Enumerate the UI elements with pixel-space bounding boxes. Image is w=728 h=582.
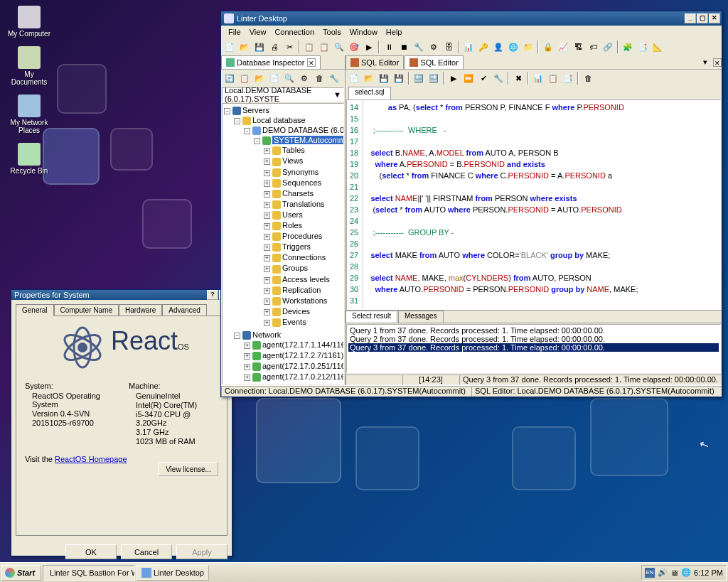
tree-item[interactable]: Connections (282, 253, 326, 262)
tree-item[interactable]: Replication (282, 286, 321, 294)
tree-item-agent[interactable]: agent(172.17.0.212/1161) (262, 372, 344, 381)
help-button[interactable]: ? (207, 290, 218, 300)
taskbar-btn-linter-desktop[interactable]: Linter Desktop (136, 565, 209, 581)
tree-expand-icon[interactable]: + (264, 255, 270, 262)
toolbar-button[interactable]: 🔒 (541, 40, 555, 54)
tree-expand-icon[interactable]: + (264, 212, 270, 219)
database-tree[interactable]: -Servers -Local database -DEMO DATABASE … (222, 103, 344, 384)
tree-item-agent[interactable]: agent(172.17.0.251/1161) (262, 362, 344, 370)
tree-item-selected[interactable]: SYSTEM.Autocommit (272, 136, 344, 144)
tab-messages[interactable]: Messages (398, 311, 444, 323)
tree-expand-icon[interactable]: + (244, 353, 250, 360)
tab-sql-editor-active[interactable]: SQL Editor (405, 55, 463, 69)
tree-expand-icon[interactable]: + (244, 343, 250, 349)
toolbar-button[interactable]: ▶ (446, 71, 461, 85)
tree-expand-icon[interactable]: + (244, 374, 250, 381)
toolbar-button[interactable]: 🔑 (476, 40, 491, 54)
toolbar-button[interactable]: 🔗 (601, 40, 615, 54)
tree-collapse-icon[interactable]: - (254, 138, 260, 144)
tree-item[interactable]: Sequences (282, 178, 321, 187)
toolbar-button[interactable]: 📑 (561, 71, 575, 85)
toolbar-button[interactable]: 📊 (461, 40, 476, 54)
tree-item[interactable]: Groups (282, 264, 308, 272)
toolbar-button[interactable]: 📄 (267, 71, 282, 85)
toolbar-button[interactable]: 📋 (317, 40, 331, 54)
result-row[interactable]: Query 1 from 37 done. Records processed:… (348, 326, 719, 335)
tray-icon[interactable]: 🖥 (670, 568, 678, 577)
tree-expand-icon[interactable]: + (264, 148, 270, 154)
minimize-button[interactable]: _ (685, 14, 696, 23)
titlebar-linter[interactable]: Linter Desktop _ ▢ ✕ (221, 11, 722, 26)
toolbar-button[interactable]: 🗄 (441, 40, 456, 54)
tree-expand-icon[interactable]: + (264, 298, 270, 305)
toolbar-button[interactable]: 📋 (237, 71, 252, 85)
tree-expand-icon[interactable]: + (264, 191, 270, 198)
toolbar-button[interactable]: 📑 (636, 40, 650, 54)
toolbar-button[interactable]: ✂ (282, 40, 296, 54)
desktop-icon-my-computer[interactable]: My Computer (6, 6, 53, 38)
tree-expand-icon[interactable]: + (264, 320, 270, 326)
toolbar-button[interactable]: 📂 (362, 71, 376, 85)
tree-item[interactable]: Devices (282, 307, 310, 316)
toolbar-button[interactable]: 💾 (252, 40, 267, 54)
toolbar-button[interactable]: 📐 (651, 40, 665, 54)
menu-file[interactable]: File (224, 27, 245, 37)
start-button[interactable]: Start (1, 565, 41, 581)
toolbar-button[interactable]: ⏩ (461, 71, 476, 85)
menu-view[interactable]: View (245, 27, 271, 37)
tree-item[interactable]: Triggers (282, 242, 311, 251)
tab-general[interactable]: General (16, 304, 54, 316)
toolbar-button[interactable]: 📂 (237, 40, 252, 54)
toolbar-button[interactable]: 🔧 (327, 71, 341, 85)
toolbar-button[interactable]: 🔜 (427, 71, 441, 85)
tree-expand-icon[interactable]: + (264, 234, 270, 240)
toolbar-button[interactable]: ▶ (362, 40, 376, 54)
menu-window[interactable]: Window (346, 27, 382, 37)
toolbar-button[interactable]: 🔧 (491, 71, 505, 85)
toolbar-button[interactable]: 📋 (302, 40, 316, 54)
toolbar-button[interactable]: 📋 (546, 71, 560, 85)
view-license-button[interactable]: View license... (159, 462, 218, 476)
tree-item[interactable]: Events (282, 318, 306, 326)
toolbar-button[interactable]: 🖨 (267, 40, 282, 54)
menu-tools[interactable]: Tools (318, 27, 346, 37)
tree-expand-icon[interactable]: + (264, 277, 270, 284)
tree-item[interactable]: Workstations (282, 296, 327, 305)
result-row[interactable]: Query 3 from 37 done. Records processed:… (348, 343, 719, 352)
toolbar-button[interactable]: 📁 (521, 40, 535, 54)
tree-item-agent[interactable]: agent(172.17.1.144/1161) (262, 340, 344, 349)
tab-database-inspector[interactable]: Database Inspector✕ (221, 55, 321, 69)
menu-connection[interactable]: Connection (270, 27, 318, 37)
toolbar-button[interactable]: 📄 (223, 40, 237, 54)
desktop-icon-network-places[interactable]: My Network Places (6, 95, 53, 134)
tree-item[interactable]: Translations (282, 200, 325, 208)
tree-item-agent[interactable]: agent(172.17.2.7/1161) (262, 351, 343, 360)
tree-expand-icon[interactable]: + (244, 364, 250, 370)
system-tray[interactable]: EN 🔊 🖥 🌐 6:12 PM (641, 565, 727, 581)
tab-advanced[interactable]: Advanced (162, 304, 206, 316)
tray-icon[interactable]: 🌐 (681, 568, 691, 577)
tab-close-icon[interactable]: ✕ (307, 58, 316, 67)
toolbar-button[interactable]: 💾 (392, 71, 406, 85)
tree-item[interactable]: Users (282, 210, 303, 219)
toolbar-button[interactable]: 📄 (347, 71, 361, 85)
tree-collapse-icon[interactable]: - (234, 333, 240, 339)
tree-item[interactable]: Procedures (282, 232, 322, 240)
tree-expand-icon[interactable]: + (264, 170, 270, 176)
toolbar-button[interactable]: 🏗 (571, 40, 585, 54)
toolbar-button[interactable]: 📊 (531, 71, 545, 85)
toolbar-button[interactable]: 🔧 (412, 40, 426, 54)
tree-expand-icon[interactable]: + (264, 158, 270, 165)
cancel-button[interactable]: Cancel (121, 544, 172, 559)
tree-expand-icon[interactable]: + (264, 309, 270, 316)
toolbar-button[interactable]: 📈 (556, 40, 570, 54)
file-tab-select-sql[interactable]: select.sql (348, 87, 391, 99)
tab-sql-editor[interactable]: SQL Editor (346, 55, 404, 69)
tree-collapse-icon[interactable]: - (224, 108, 230, 114)
ok-button[interactable]: OK (65, 544, 117, 559)
toolbar-button[interactable]: 🔍 (282, 71, 296, 85)
chevron-down-icon[interactable]: ▾ (700, 58, 710, 67)
tree-expand-icon[interactable]: + (264, 266, 270, 272)
tree-item[interactable]: Views (282, 156, 303, 165)
toolbar-button[interactable]: ✖ (511, 71, 525, 85)
